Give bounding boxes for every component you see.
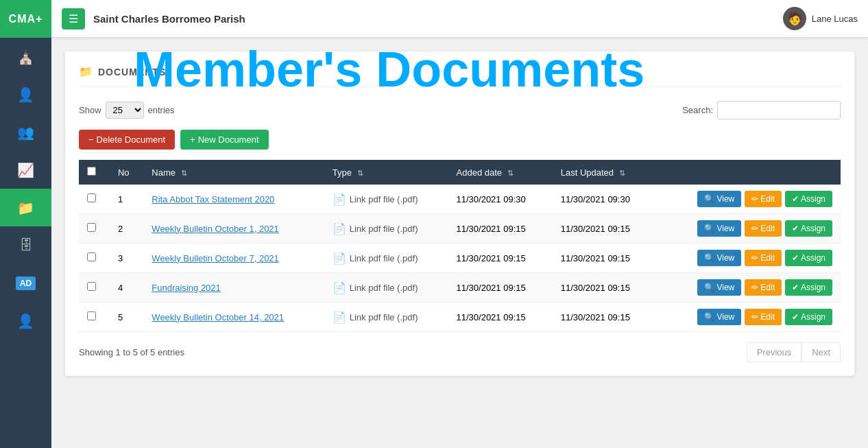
row-added-date: 11/30/2021 09:15 xyxy=(448,244,553,273)
table-row: 3 Weekly Bulletin October 7, 2021 📄 Link… xyxy=(79,244,841,273)
sidebar-item-folder[interactable]: 📁 xyxy=(0,189,51,226)
show-entries: Show 10 25 50 100 entries xyxy=(79,102,175,119)
select-all-checkbox[interactable] xyxy=(87,167,96,176)
row-last-updated: 11/30/2021 09:15 xyxy=(553,303,657,332)
row-last-updated: 11/30/2021 09:15 xyxy=(553,244,657,273)
main-wrapper: ☰ Saint Charles Borromeo Parish 🧑 Lane L… xyxy=(51,0,868,448)
view-button[interactable]: 🔍 View xyxy=(697,191,741,207)
row-name: Fundraising 2021 xyxy=(143,273,324,303)
view-label: View xyxy=(716,224,734,233)
doc-link[interactable]: Fundraising 2021 xyxy=(152,283,220,293)
content-area: Member's Documents 📁 DOCUMENTS Show 10 2… xyxy=(51,38,868,448)
row-actions-cell: 🔍 View ✏ Edit ✔ Assign xyxy=(657,303,841,332)
col-added-date[interactable]: Added date ⇅ xyxy=(448,160,553,185)
doc-link[interactable]: Weekly Bulletin October 7, 2021 xyxy=(152,253,278,263)
assign-button[interactable]: ✔ Assign xyxy=(785,279,832,296)
row-name: Weekly Bulletin October 7, 2021 xyxy=(143,244,324,273)
view-button[interactable]: 🔍 View xyxy=(697,309,741,325)
brand-logo[interactable]: CMA+ xyxy=(0,0,51,38)
row-checkbox-cell xyxy=(79,244,110,273)
type-text: Link pdf file (.pdf) xyxy=(350,194,418,204)
row-last-updated: 11/30/2021 09:15 xyxy=(553,214,657,244)
edit-button[interactable]: ✏ Edit xyxy=(745,309,782,325)
edit-label: Edit xyxy=(760,224,775,233)
search-input[interactable] xyxy=(717,101,841,119)
assign-label: Assign xyxy=(801,194,825,204)
pdf-icon: 📄 xyxy=(333,252,346,265)
row-last-updated: 11/30/2021 09:15 xyxy=(553,273,657,303)
sidebar-item-database[interactable]: 🗄 xyxy=(0,226,51,264)
assign-button[interactable]: ✔ Assign xyxy=(785,191,832,207)
row-no: 4 xyxy=(110,273,143,303)
doc-link[interactable]: Weekly Bulletin October 14, 2021 xyxy=(152,312,284,322)
action-buttons: − Delete Document + New Document xyxy=(79,130,841,150)
edit-button[interactable]: ✏ Edit xyxy=(745,250,782,266)
next-button[interactable]: Next xyxy=(801,342,841,362)
pdf-icon: 📄 xyxy=(333,222,346,235)
assign-button[interactable]: ✔ Assign xyxy=(785,220,832,237)
search-icon: 🔍 xyxy=(704,312,714,322)
col-checkbox xyxy=(79,160,110,185)
view-label: View xyxy=(716,194,734,204)
row-name: Rita Abbot Tax Statement 2020 xyxy=(143,185,324,214)
sidebar-item-people[interactable]: 👥 xyxy=(0,113,51,151)
sidebar-item-ad[interactable]: AD xyxy=(0,264,51,302)
row-name: Weekly Bulletin October 1, 2021 xyxy=(143,214,324,244)
pagination: Previous Next xyxy=(747,342,841,362)
row-checkbox-cell xyxy=(79,273,110,303)
new-label: New Document xyxy=(198,134,259,145)
col-last-updated[interactable]: Last Updated ⇅ xyxy=(553,160,657,185)
row-no: 3 xyxy=(110,244,143,273)
sidebar-item-church[interactable]: ⛪ xyxy=(0,38,51,75)
view-button[interactable]: 🔍 View xyxy=(697,250,741,266)
edit-icon: ✏ xyxy=(751,194,758,204)
edit-icon: ✏ xyxy=(751,283,758,292)
check-icon: ✔ xyxy=(792,283,799,292)
delete-icon: − xyxy=(88,134,94,145)
edit-button[interactable]: ✏ Edit xyxy=(745,220,782,237)
table-row: 2 Weekly Bulletin October 1, 2021 📄 Link… xyxy=(79,214,841,244)
row-checkbox[interactable] xyxy=(87,252,96,261)
entries-select[interactable]: 10 25 50 100 xyxy=(106,102,144,119)
sidebar-item-chart[interactable]: 📈 xyxy=(0,151,51,189)
search-icon: 🔍 xyxy=(704,224,714,233)
new-document-button[interactable]: + New Document xyxy=(180,130,268,150)
assign-label: Assign xyxy=(801,224,825,233)
row-checkbox[interactable] xyxy=(87,223,96,232)
show-label: Show xyxy=(79,105,101,115)
sidebar-item-admin[interactable]: 👤 xyxy=(0,302,51,340)
table-row: 1 Rita Abbot Tax Statement 2020 📄 Link p… xyxy=(79,185,841,214)
plus-icon: + xyxy=(190,134,195,145)
edit-button[interactable]: ✏ Edit xyxy=(745,279,782,296)
table-footer: Showing 1 to 5 of 5 entries Previous Nex… xyxy=(79,342,841,362)
delete-label: Delete Document xyxy=(97,134,165,145)
col-no: No xyxy=(110,160,143,185)
row-no: 2 xyxy=(110,214,143,244)
prev-button[interactable]: Previous xyxy=(747,342,802,362)
search-icon: 🔍 xyxy=(704,194,714,204)
menu-toggle-button[interactable]: ☰ xyxy=(62,8,85,30)
view-button[interactable]: 🔍 View xyxy=(697,220,741,237)
avatar: 🧑 xyxy=(783,7,806,30)
row-checkbox-cell xyxy=(79,185,110,214)
assign-label: Assign xyxy=(801,312,825,322)
assign-button[interactable]: ✔ Assign xyxy=(785,309,832,325)
edit-button[interactable]: ✏ Edit xyxy=(745,191,782,207)
row-checkbox[interactable] xyxy=(87,282,96,291)
sidebar-item-member[interactable]: 👤 xyxy=(0,75,51,113)
user-info: 🧑 Lane Lucas xyxy=(783,7,858,30)
col-type[interactable]: Type ⇅ xyxy=(324,160,448,185)
col-name[interactable]: Name ⇅ xyxy=(143,160,324,185)
assign-button[interactable]: ✔ Assign xyxy=(785,250,832,266)
row-checkbox-cell xyxy=(79,303,110,332)
row-no: 1 xyxy=(110,185,143,214)
row-checkbox[interactable] xyxy=(87,193,96,202)
doc-link[interactable]: Weekly Bulletin October 1, 2021 xyxy=(152,224,278,234)
row-type: 📄 Link pdf file (.pdf) xyxy=(324,303,448,332)
doc-link[interactable]: Rita Abbot Tax Statement 2020 xyxy=(152,194,274,204)
delete-document-button[interactable]: − Delete Document xyxy=(79,130,175,150)
view-button[interactable]: 🔍 View xyxy=(697,279,741,296)
check-icon: ✔ xyxy=(792,312,799,322)
row-checkbox[interactable] xyxy=(87,311,96,320)
row-type: 📄 Link pdf file (.pdf) xyxy=(324,214,448,244)
